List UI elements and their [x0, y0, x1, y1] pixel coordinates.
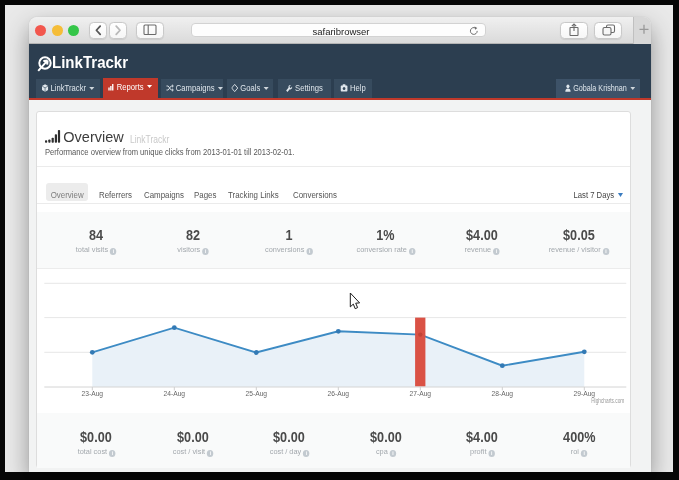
- svg-text:26-Aug: 26-Aug: [327, 388, 349, 397]
- svg-text:28-Aug: 28-Aug: [491, 388, 513, 397]
- svg-text:25-Aug: 25-Aug: [245, 388, 267, 397]
- svg-text:Highcharts.com: Highcharts.com: [591, 397, 624, 404]
- svg-text:24-Aug: 24-Aug: [163, 388, 185, 397]
- svg-text:23-Aug: 23-Aug: [81, 388, 103, 397]
- svg-text:27-Aug: 27-Aug: [409, 388, 431, 397]
- svg-text:29-Aug: 29-Aug: [573, 388, 595, 397]
